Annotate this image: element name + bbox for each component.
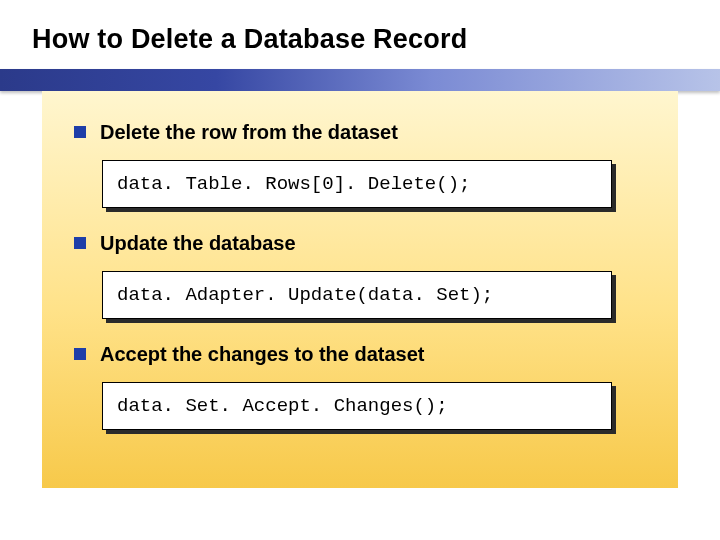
slide-title: How to Delete a Database Record	[32, 24, 720, 55]
code-text: data. Set. Accept. Changes();	[102, 382, 612, 430]
slide-body: Delete the row from the dataset data. Ta…	[42, 91, 678, 488]
bullet-label: Accept the changes to the dataset	[100, 343, 425, 366]
divider-band	[0, 69, 720, 91]
bullet-label: Delete the row from the dataset	[100, 121, 398, 144]
code-block: data. Set. Accept. Changes();	[102, 382, 612, 430]
code-block: data. Table. Rows[0]. Delete();	[102, 160, 612, 208]
square-bullet-icon	[74, 126, 86, 138]
square-bullet-icon	[74, 348, 86, 360]
bullet-label: Update the database	[100, 232, 296, 255]
bullet-item: Update the database	[74, 232, 652, 255]
code-text: data. Table. Rows[0]. Delete();	[102, 160, 612, 208]
bullet-item: Delete the row from the dataset	[74, 121, 652, 144]
square-bullet-icon	[74, 237, 86, 249]
slide: How to Delete a Database Record Delete t…	[0, 0, 720, 540]
code-text: data. Adapter. Update(data. Set);	[102, 271, 612, 319]
code-block: data. Adapter. Update(data. Set);	[102, 271, 612, 319]
bullet-item: Accept the changes to the dataset	[74, 343, 652, 366]
